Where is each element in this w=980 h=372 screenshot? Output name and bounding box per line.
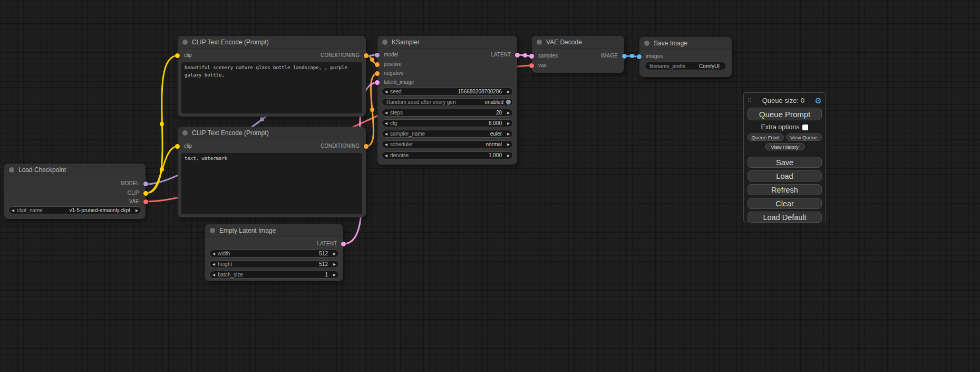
output-dot-conditioning[interactable] bbox=[364, 53, 368, 58]
increment-arrow-icon[interactable]: ▶ bbox=[504, 132, 512, 136]
extra-options-checkbox[interactable] bbox=[802, 125, 808, 130]
sampler-name-widget[interactable]: ◀ sampler_name euler ▶ bbox=[382, 130, 513, 138]
gear-icon[interactable]: ⚙ bbox=[815, 97, 822, 104]
toggle-knob-icon[interactable] bbox=[506, 100, 511, 104]
input-dot-positive[interactable] bbox=[375, 62, 380, 67]
decrement-arrow-icon[interactable]: ◀ bbox=[382, 142, 390, 147]
view-queue-button[interactable]: View Queue bbox=[786, 133, 822, 141]
input-dot-latent-image[interactable] bbox=[375, 80, 380, 85]
cfg-widget[interactable]: ◀ cfg 8.000 ▶ bbox=[382, 119, 513, 127]
widget-value: 156680208700286 bbox=[402, 89, 504, 94]
save-button[interactable]: Save bbox=[748, 157, 822, 168]
random-seed-toggle-widget[interactable]: Random seed after every gen enabled bbox=[382, 98, 513, 106]
collapse-dot-icon[interactable] bbox=[9, 167, 14, 173]
positive-prompt-textarea[interactable]: beautiful scenery nature glass bottle la… bbox=[181, 62, 362, 113]
node-title: VAE Decode bbox=[546, 39, 582, 46]
node-title-bar[interactable]: Save Image bbox=[639, 37, 732, 50]
wire-midpoint-dot-conditioning-2 bbox=[370, 108, 374, 112]
collapse-dot-icon[interactable] bbox=[382, 40, 387, 45]
node-title-bar[interactable]: KSampler bbox=[377, 36, 517, 49]
increment-arrow-icon[interactable]: ▶ bbox=[133, 208, 141, 213]
node-title-bar[interactable]: Load Checkpoint bbox=[4, 164, 145, 176]
ckpt-name-widget[interactable]: ◀ ckpt_name v1-5-pruned-emaonly.ckpt ▶ bbox=[8, 206, 141, 214]
batch-size-widget[interactable]: ◀ batch_size 1 ▶ bbox=[209, 271, 339, 279]
node-clip-text-encode-negative[interactable]: CLIP Text Encode (Prompt) clip CONDITION… bbox=[178, 127, 366, 217]
output-label-clip: CLIP bbox=[128, 190, 139, 196]
height-widget[interactable]: ◀ height 512 ▶ bbox=[209, 260, 339, 268]
output-label-latent: LATENT bbox=[491, 52, 511, 58]
steps-widget[interactable]: ◀ steps 20 ▶ bbox=[382, 109, 513, 117]
decrement-arrow-icon[interactable]: ◀ bbox=[210, 252, 218, 256]
output-dot-model[interactable] bbox=[143, 182, 148, 186]
increment-arrow-icon[interactable]: ▶ bbox=[331, 273, 338, 277]
output-dot-latent[interactable] bbox=[341, 242, 346, 246]
increment-arrow-icon[interactable]: ▶ bbox=[331, 262, 338, 266]
input-dot-model[interactable] bbox=[375, 53, 380, 58]
input-dot-negative[interactable] bbox=[375, 71, 380, 76]
width-widget[interactable]: ◀ width 512 ▶ bbox=[209, 250, 339, 257]
scheduler-widget[interactable]: ◀ scheduler normal ▶ bbox=[382, 140, 513, 148]
clear-button[interactable]: Clear bbox=[748, 198, 822, 209]
denoise-widget[interactable]: ◀ denoise 1.000 ▶ bbox=[382, 151, 513, 159]
seed-widget[interactable]: ◀ seed 156680208700286 ▶ bbox=[382, 88, 513, 96]
node-title: Save Image bbox=[654, 40, 687, 47]
input-dot-clip[interactable] bbox=[175, 53, 180, 58]
input-dot-vae[interactable] bbox=[529, 63, 534, 68]
input-slot-images: images bbox=[646, 53, 725, 60]
drag-handle-icon[interactable]: ⠿ bbox=[748, 97, 752, 104]
output-slot-conditioning: CONDITIONING bbox=[184, 142, 360, 150]
collapse-dot-icon[interactable] bbox=[182, 40, 188, 45]
node-title-bar[interactable]: CLIP Text Encode (Prompt) bbox=[178, 36, 366, 49]
output-slot-clip: CLIP bbox=[11, 189, 139, 197]
decrement-arrow-icon[interactable]: ◀ bbox=[382, 111, 390, 115]
widget-label: denoise bbox=[390, 152, 409, 158]
collapse-dot-icon[interactable] bbox=[537, 40, 542, 45]
output-dot-vae[interactable] bbox=[143, 199, 148, 204]
decrement-arrow-icon[interactable]: ◀ bbox=[210, 273, 218, 277]
output-dot-image[interactable] bbox=[622, 54, 627, 59]
output-dot-clip[interactable] bbox=[143, 191, 148, 196]
node-title: CLIP Text Encode (Prompt) bbox=[192, 129, 269, 137]
node-save-image[interactable]: Save Image images filename_prefix ComfyU… bbox=[639, 37, 732, 77]
input-slot-latent-image: latent_image bbox=[384, 79, 511, 86]
decrement-arrow-icon[interactable]: ◀ bbox=[210, 262, 218, 266]
increment-arrow-icon[interactable]: ▶ bbox=[504, 154, 512, 158]
load-default-button[interactable]: Load Default bbox=[748, 212, 822, 223]
node-ksampler[interactable]: KSampler model LATENT positive negative … bbox=[377, 36, 517, 165]
output-dot-latent[interactable] bbox=[515, 53, 520, 58]
increment-arrow-icon[interactable]: ▶ bbox=[331, 252, 338, 256]
queue-front-button[interactable]: Queue Front bbox=[748, 133, 784, 141]
input-dot-clip[interactable] bbox=[175, 144, 180, 149]
decrement-arrow-icon[interactable]: ◀ bbox=[9, 208, 17, 213]
collapse-dot-icon[interactable] bbox=[644, 41, 649, 46]
widget-label: batch_size bbox=[218, 272, 243, 278]
refresh-button[interactable]: Refresh bbox=[748, 184, 822, 195]
decrement-arrow-icon[interactable]: ◀ bbox=[382, 90, 390, 94]
node-title-bar[interactable]: Empty Latent Image bbox=[205, 224, 343, 237]
filename-prefix-widget[interactable]: filename_prefix ComfyUI bbox=[645, 62, 726, 70]
increment-arrow-icon[interactable]: ▶ bbox=[504, 142, 512, 147]
decrement-arrow-icon[interactable]: ◀ bbox=[382, 154, 390, 158]
output-dot-conditioning[interactable] bbox=[364, 144, 368, 149]
comfyui-graph-canvas[interactable]: Load Checkpoint MODEL CLIP VAE ◀ ckpt_na… bbox=[0, 0, 980, 372]
node-empty-latent-image[interactable]: Empty Latent Image LATENT ◀ width 512 ▶ … bbox=[205, 224, 343, 281]
node-vae-decode[interactable]: VAE Decode samples IMAGE vae bbox=[532, 36, 624, 73]
load-button[interactable]: Load bbox=[748, 170, 822, 182]
collapse-dot-icon[interactable] bbox=[182, 130, 188, 136]
input-dot-images[interactable] bbox=[637, 54, 642, 59]
increment-arrow-icon[interactable]: ▶ bbox=[504, 111, 512, 115]
input-dot-samples[interactable] bbox=[529, 54, 534, 59]
view-history-button[interactable]: View History bbox=[765, 143, 805, 150]
queue-prompt-button[interactable]: Queue Prompt bbox=[748, 108, 822, 120]
node-clip-text-encode-positive[interactable]: CLIP Text Encode (Prompt) clip CONDITION… bbox=[178, 36, 366, 117]
output-label-latent: LATENT bbox=[317, 241, 337, 246]
increment-arrow-icon[interactable]: ▶ bbox=[504, 90, 512, 94]
negative-prompt-textarea[interactable]: text, watermark bbox=[181, 153, 362, 214]
decrement-arrow-icon[interactable]: ◀ bbox=[382, 132, 390, 136]
node-title-bar[interactable]: VAE Decode bbox=[532, 36, 624, 49]
decrement-arrow-icon[interactable]: ◀ bbox=[382, 121, 390, 126]
increment-arrow-icon[interactable]: ▶ bbox=[504, 121, 512, 126]
node-title-bar[interactable]: CLIP Text Encode (Prompt) bbox=[178, 127, 366, 139]
collapse-dot-icon[interactable] bbox=[210, 228, 215, 233]
node-load-checkpoint[interactable]: Load Checkpoint MODEL CLIP VAE ◀ ckpt_na… bbox=[4, 164, 145, 219]
